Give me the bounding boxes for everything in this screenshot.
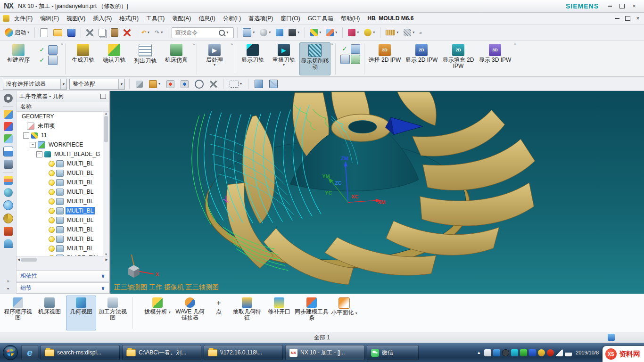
wireframe-view-button[interactable] [267, 79, 280, 89]
edit-object-display-button[interactable]: ▾ [346, 28, 361, 37]
copy-button[interactable] [97, 28, 107, 38]
scroll-up-icon[interactable]: ▲ [105, 112, 108, 115]
grid2-small-button[interactable] [351, 55, 360, 64]
constraint-navigator-icon[interactable] [4, 122, 13, 131]
tree-item-multi-blade-geom[interactable]: − MULTI_BLADE_G [17, 149, 109, 159]
doc-restore-button[interactable] [622, 15, 633, 22]
cut-button[interactable] [84, 28, 95, 37]
snap-point-button[interactable]: ▾ [147, 79, 162, 89]
delete-button[interactable] [122, 28, 132, 37]
wave-geometry-linker-button[interactable]: WAVE 几何链接器 [173, 296, 207, 330]
collapse-icon[interactable]: − [36, 151, 42, 157]
group-overflow-icon[interactable]: » [61, 42, 63, 47]
group-overflow-icon[interactable]: » [331, 42, 333, 47]
tray-app-icon[interactable] [520, 349, 527, 356]
tree-item-operation[interactable]: MULTI_BL [17, 225, 109, 234]
patch-opening-button[interactable]: 修补开口 [265, 296, 293, 330]
tray-app-icon[interactable] [538, 349, 545, 356]
check-small-button[interactable]: ✓ [340, 44, 349, 53]
tree-item-workpiece[interactable]: − WORKPIECE [17, 140, 109, 149]
caret-down-icon[interactable]: ▾ [7, 287, 9, 291]
menu-file[interactable]: 文件(F) [10, 13, 36, 24]
taskbar-window-search[interactable]: search-ms:displ... [41, 345, 120, 360]
select-2d-ipw-button[interactable]: 2D 选择 2D IPW [366, 42, 403, 75]
menu-edit[interactable]: 编辑(E) [36, 13, 63, 24]
new-file-button[interactable] [38, 27, 50, 38]
process-studio-icon[interactable] [4, 227, 13, 236]
group-overflow-icon[interactable]: » [514, 42, 516, 47]
menu-view[interactable]: 视图(V) [63, 13, 89, 24]
strip-overflow-icon[interactable]: » [5, 279, 11, 284]
menu-analysis[interactable]: 分析(L) [219, 13, 245, 24]
taskbar-window-wechat[interactable]: 微信 [367, 345, 419, 360]
collapse-icon[interactable]: − [23, 132, 29, 139]
layer-small-button[interactable] [340, 55, 350, 64]
orient-view2-button[interactable]: ▾ [324, 28, 339, 37]
machining-method-view-button[interactable]: 加工方法视图 [98, 296, 128, 330]
navigator-column-header[interactable]: 名称 [17, 102, 109, 112]
redo-button[interactable]: ↷▾ [153, 28, 165, 37]
history-icon[interactable] [3, 214, 13, 223]
web-browser-icon[interactable] [3, 200, 13, 210]
assembly-navigator-icon[interactable] [4, 110, 13, 119]
open-button[interactable] [51, 28, 64, 37]
tray-app-icon[interactable] [529, 349, 536, 356]
start-menu-button[interactable]: 启动 ▾ [3, 27, 31, 38]
machine-tool-navigator-icon[interactable] [4, 160, 13, 169]
show-2d-ipw-button[interactable]: 2D 显示 2D IPW [403, 42, 440, 75]
search-input[interactable] [174, 29, 217, 36]
selection-filter-dropdown[interactable]: 没有选择过滤器 ▾ [3, 79, 67, 90]
scrollbar-thumb[interactable] [104, 116, 108, 142]
operation-navigator-icon[interactable] [3, 147, 13, 156]
show-filled-2d-ipw-button[interactable]: 2D 显示填充 2D IPW [440, 42, 477, 75]
geometry-view-button[interactable]: 几何视图 [66, 296, 96, 330]
gear-icon[interactable] [4, 94, 13, 103]
doc-close-button[interactable]: × [633, 15, 643, 22]
selection-scope-dropdown[interactable]: 整个装配 ▾ [69, 79, 125, 90]
group-overflow-icon[interactable]: » [192, 42, 195, 47]
menu-help[interactable]: 帮助(H) [337, 13, 364, 24]
taskbar-window-network-share[interactable]: \\172.16.0.118\... [204, 345, 283, 360]
undock-icon[interactable] [100, 94, 106, 99]
tray-app-icon[interactable] [547, 349, 554, 356]
show-toolpath-button[interactable]: 显示刀轨 [237, 42, 268, 75]
shaded-cube-button[interactable] [274, 28, 285, 37]
background-button[interactable]: ▾ [287, 28, 301, 37]
list-toolpath-button[interactable]: 列出刀轨 [130, 42, 161, 75]
tray-app-icon[interactable] [502, 349, 509, 356]
measure-button[interactable]: ▾ [384, 29, 400, 36]
create-program-button[interactable]: 创建程序 [3, 42, 34, 75]
doc-minimize-button[interactable] [612, 15, 622, 22]
menu-information[interactable]: 信息(I) [195, 13, 219, 24]
menu-hb-mould[interactable]: HB_MOULD M6.6 [363, 13, 417, 24]
check-small-button[interactable]: ✓ [38, 45, 46, 54]
show-cutting-moves-button[interactable]: 显示切削移动 [299, 42, 330, 75]
synchronous-modeling-button[interactable]: 同步建模工具条 [295, 296, 329, 330]
machine-simulation-button[interactable]: 机床仿真 [161, 42, 192, 75]
status-tray-icon[interactable] [608, 334, 615, 341]
tree-item-operation[interactable]: MULTI_BL [17, 159, 109, 168]
show-hide-button[interactable]: ▾ [362, 28, 377, 37]
tree-item-blade-finish[interactable]: BLADE_FIN [17, 253, 109, 256]
collapse-icon[interactable]: − [30, 142, 36, 148]
replay-toolpath-button[interactable]: ▶ 重播刀轨 ▾ [268, 42, 299, 75]
tree-item-operation[interactable]: MULTI_BL [17, 244, 109, 253]
graphics-window[interactable]: ZM YM ZC YC XC XM X 正三轴测图 工作 摄像机 正三轴 [110, 91, 644, 294]
point-button[interactable]: + 点 [208, 296, 229, 330]
snap-end-button[interactable] [165, 79, 176, 89]
rectangle-select-button[interactable]: ▾ [228, 80, 244, 89]
facet-body-button[interactable]: 小平面化 ▾ [330, 296, 358, 330]
tree-item-operation[interactable]: MULTI_BL [17, 197, 109, 206]
show-3d-ipw-button[interactable]: 3D 显示 3D IPW [477, 42, 513, 75]
check2-small-button[interactable]: ✓ [38, 56, 46, 64]
tree-item-operation[interactable]: MULTI_BL [17, 187, 109, 197]
orient-view-button[interactable]: ▾ [308, 28, 323, 37]
tree-item-operation[interactable]: MULTI_BL [17, 234, 109, 244]
generate-toolpath-button[interactable]: 生成刀轨 [67, 42, 99, 75]
window-layout-button[interactable]: ▾ [241, 27, 256, 38]
snap-intersect-button[interactable] [208, 80, 219, 89]
network-icon[interactable] [565, 349, 572, 356]
grid-small-button[interactable] [48, 56, 58, 65]
taskbar-window-abc[interactable]: C:\ABC\一看。刘... [122, 345, 201, 360]
tray-app-icon[interactable] [493, 349, 500, 356]
